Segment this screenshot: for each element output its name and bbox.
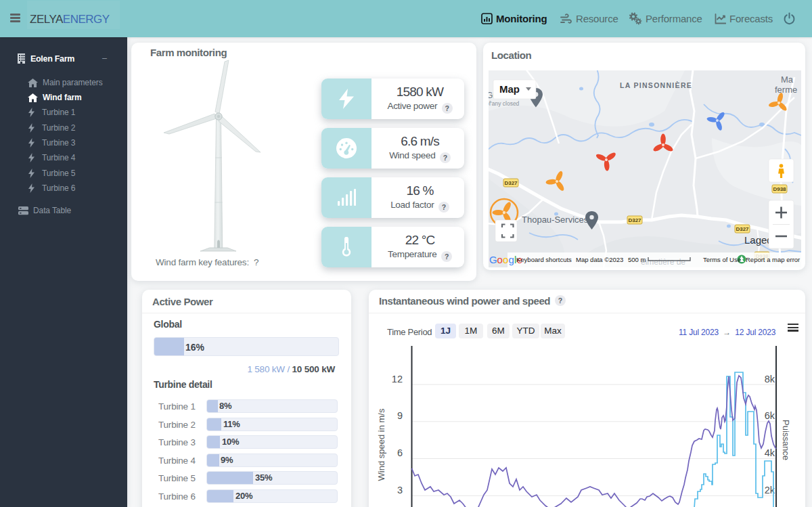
svg-text:LA PINSONNIÈRE: LA PINSONNIÈRE [620,81,692,89]
svg-text:Ma: Ma [781,74,794,85]
svg-text:Report a map error: Report a map error [746,256,800,263]
svg-text:Wind speed in m/s: Wind speed in m/s [376,408,386,481]
svg-text:6k: 6k [765,410,775,421]
svg-text:9: 9 [397,410,403,421]
svg-text:g: g [509,254,514,265]
svg-text:Thopau-Services: Thopau-Services [522,215,589,225]
svg-text:eimetière de: eimetière de [641,257,685,267]
svg-text:Puissance: Puissance [781,420,791,460]
svg-text:4k: 4k [765,447,775,458]
svg-text:3: 3 [397,485,403,495]
svg-text:o: o [497,254,503,265]
svg-text:12: 12 [392,374,403,384]
svg-text:6: 6 [397,447,403,458]
svg-text:Keyboard shortcuts: Keyboard shortcuts [516,256,572,263]
svg-text:Terms of Use: Terms of Use [703,256,741,263]
svg-text:D327: D327 [504,180,518,186]
svg-text:Map: Map [499,83,520,95]
svg-text:o: o [503,254,508,265]
svg-text:D938: D938 [773,186,786,192]
svg-text:D327: D327 [736,226,749,232]
svg-text:D327: D327 [628,217,641,223]
svg-text:of'any closed: of'any closed [489,100,520,107]
svg-text:G: G [489,254,497,265]
svg-text:ferme: ferme [775,85,797,95]
svg-text:500 m: 500 m [628,256,646,263]
svg-text:Map data ©2023: Map data ©2023 [576,256,623,263]
svg-text:8k: 8k [765,374,775,384]
